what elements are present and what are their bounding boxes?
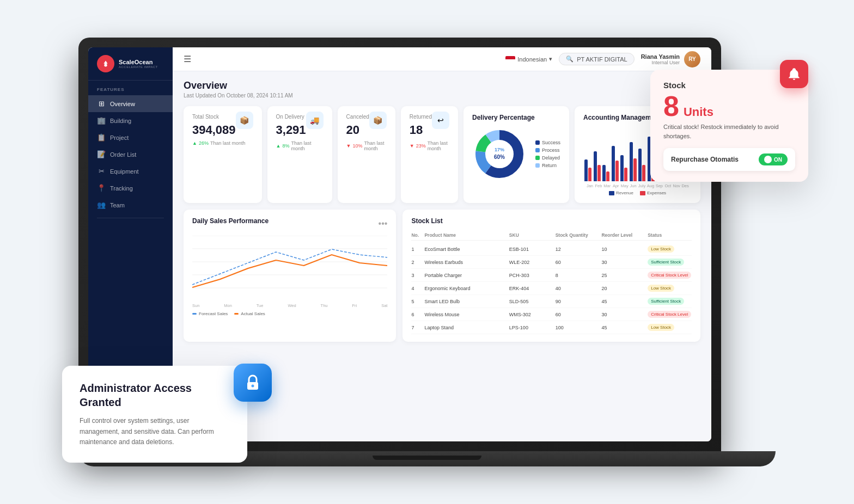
line-dot-forecast — [192, 313, 197, 315]
legend-process: Process — [535, 147, 560, 153]
th-no: No. — [411, 232, 422, 238]
legend-revenue: Revenue — [609, 190, 633, 195]
repurchase-row: Repurchase Otomatis ON — [663, 148, 795, 171]
table-row: 2 Wireless Earbuds WLE-202 60 30 Suffici… — [411, 256, 692, 269]
td-status-4: Low Stock — [648, 285, 692, 292]
stat-on-delivery: On Delivery 3,291 🚚 ▲8%Than last month — [267, 106, 332, 203]
td-sku-1: ESB-101 — [509, 247, 553, 252]
td-no-1: 1 — [411, 247, 422, 252]
sidebar-item-tracking[interactable]: 📍 Tracking — [88, 180, 173, 196]
stock-alert-card: Stock 8 Units Critical stock! Restock im… — [650, 70, 808, 182]
td-no-2: 2 — [411, 260, 422, 265]
sidebar-section-label: FEATURES — [88, 81, 173, 95]
sidebar-divider — [97, 218, 164, 218]
sidebar-label-team: Team — [110, 202, 125, 208]
delivery-title: Delivery Percentage — [472, 114, 560, 121]
x-wed: Wed — [288, 303, 296, 308]
td-status-1: Low Stock — [648, 245, 692, 253]
table-row: 3 Portable Charger PCH-303 8 25 Critical… — [411, 269, 692, 282]
more-options-icon[interactable]: ••• — [379, 219, 388, 229]
bottom-grid: Daily Sales Performance ••• — [184, 210, 700, 342]
user-info: Riana Yasmin Internal User — [641, 53, 680, 65]
hamburger-icon[interactable]: ☰ — [184, 54, 191, 64]
sidebar-item-project[interactable]: 📋 Project — [88, 129, 173, 146]
legend-dot-process — [535, 148, 540, 152]
lang-label: Indonesian — [517, 56, 547, 63]
legend-forecast: Forecast Sales — [192, 311, 228, 316]
overview-icon: ⊞ — [97, 100, 106, 108]
sidebar-item-order-list[interactable]: 📝 Order List — [88, 146, 173, 163]
td-status-5: Sufficient Stock — [648, 298, 692, 305]
x-label-des: Des — [681, 183, 690, 188]
bell-icon-wrapper[interactable] — [780, 60, 808, 88]
table-row: 7 Laptop Stand LPS-100 100 45 Low Stock — [411, 321, 692, 334]
sidebar-item-team[interactable]: 👥 Team — [88, 196, 173, 213]
td-status-3: Critical Stock Level — [648, 272, 692, 279]
total-stock-value: 394,089 — [192, 123, 236, 137]
td-sku-4: ERK-404 — [509, 286, 553, 291]
lang-selector[interactable]: Indonesian ▾ — [505, 56, 552, 63]
td-reorder-6: 30 — [601, 312, 645, 317]
td-reorder-4: 20 — [601, 286, 645, 291]
table-row: 5 Smart LED Bulb SLD-505 90 45 Sufficien… — [411, 295, 692, 308]
toggle-label: ON — [774, 157, 782, 163]
stock-alert-title: Stock — [663, 81, 795, 90]
order-list-icon: 📝 — [97, 150, 106, 158]
page-title: Overview — [184, 80, 700, 91]
x-thu: Thu — [321, 303, 328, 308]
search-bar[interactable]: 🔍 PT AKTIF DIGITAL — [559, 53, 635, 65]
user-info-wrapper: Riana Yasmin Internal User RY — [641, 51, 700, 67]
td-sku-7: LPS-100 — [509, 325, 553, 330]
stat-total-stock: Total Stock 394,089 📦 ▲26%Than last mont… — [184, 106, 262, 203]
td-product-2: Wireless Earbuds — [424, 260, 507, 265]
td-sku-2: WLE-202 — [509, 260, 553, 265]
user-name: Riana Yasmin — [641, 53, 680, 60]
svg-text:60%: 60% — [494, 154, 505, 160]
accounting-title: Accounting Management — [583, 114, 661, 121]
stock-alert-desc: Critical stock! Restock immediately to a… — [663, 122, 795, 140]
legend-rect-expenses — [640, 191, 645, 195]
daily-sales-header: Daily Sales Performance ••• — [192, 217, 387, 230]
td-no-4: 4 — [411, 286, 422, 291]
td-sku-3: PCH-303 — [509, 273, 553, 278]
legend-actual: Actual Sales — [234, 311, 265, 316]
x-label-apr: Apr — [612, 183, 620, 188]
stock-list-title: Stock List — [411, 217, 692, 225]
toggle-on-button[interactable]: ON — [759, 153, 788, 165]
sidebar-item-overview[interactable]: ⊞ Overview — [88, 95, 173, 112]
td-product-6: Wireless Mouse — [424, 312, 507, 317]
td-product-1: EcoSmart Bottle — [424, 247, 507, 252]
admin-card-desc: Full control over system settings, user … — [80, 416, 230, 447]
legend-delayed: Delayed — [535, 155, 560, 161]
sidebar-item-equipment[interactable]: ✂ Equipment — [88, 163, 173, 180]
td-product-7: Laptop Stand — [424, 325, 507, 330]
returned-icon: ↩ — [432, 112, 449, 129]
sidebar-item-building[interactable]: 🏢 Building — [88, 112, 173, 129]
td-status-7: Low Stock — [648, 324, 692, 331]
td-no-6: 6 — [411, 312, 422, 317]
sidebar-label-order-list: Order List — [110, 151, 136, 158]
x-label-jun: Jun — [629, 183, 638, 188]
td-reorder-1: 10 — [601, 247, 645, 252]
legend-dot-delayed — [535, 156, 540, 160]
x-mon: Mon — [224, 303, 232, 308]
x-sat: Sat — [381, 303, 387, 308]
td-qty-6: 60 — [556, 312, 600, 317]
legend-expenses: Expenses — [640, 190, 666, 195]
top-bar: ☰ Indonesian ▾ — [173, 47, 711, 71]
legend-success: Success — [535, 140, 560, 145]
td-product-3: Portable Charger — [424, 273, 507, 278]
th-status: Status — [648, 232, 692, 238]
td-qty-2: 60 — [556, 260, 600, 265]
svg-text:17%: 17% — [495, 147, 504, 152]
admin-card-title: Administrator Access Granted — [80, 381, 230, 409]
bar-group-jan — [584, 159, 592, 181]
table-header: No. Product Name SKU Stock Quantity Reor… — [411, 230, 692, 241]
chevron-down-icon: ▾ — [549, 56, 552, 63]
lock-icon[interactable] — [234, 364, 272, 402]
line-chart-legend: Forecast Sales Actual Sales — [192, 311, 387, 316]
user-avatar[interactable]: RY — [684, 51, 700, 67]
th-product: Product Name — [424, 232, 507, 238]
user-role: Internal User — [641, 60, 680, 65]
legend-dot-return — [535, 163, 540, 168]
